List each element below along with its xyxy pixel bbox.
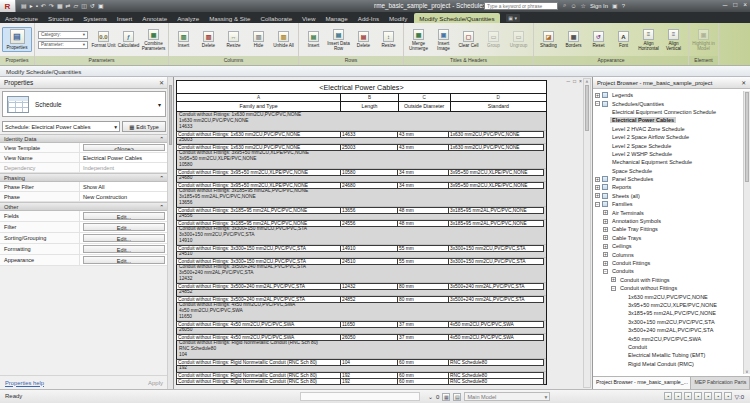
table-cell[interactable]: 10580 <box>340 169 398 176</box>
filter-icon[interactable]: ▪ <box>664 392 672 400</box>
tree-item-conduit-with-fittings[interactable]: +Conduit with Fittings <box>593 276 750 284</box>
press-drag-icon[interactable]: ▪ <box>684 392 692 400</box>
table-cell[interactable]: 3x95+50 mm2CU,XLPE/PVC,NONE <box>448 169 544 176</box>
tree-item-families[interactable]: −Families <box>593 200 750 208</box>
save-icon[interactable]: ▪ <box>36 0 38 12</box>
tab-analyze[interactable]: Analyze <box>172 13 204 23</box>
table-cell[interactable]: 43 mm <box>397 131 449 138</box>
tab-manage[interactable]: Manage <box>320 13 352 23</box>
edit-type-button[interactable]: ▦ Edit Type <box>122 121 166 132</box>
project-browser-close-icon[interactable]: ✕ <box>741 80 746 86</box>
table-cell[interactable]: 24852 <box>340 296 398 303</box>
redo-icon[interactable]: ↷ <box>49 0 54 12</box>
tab-view[interactable]: View <box>297 13 320 23</box>
save-settings-icon[interactable]: ▦ <box>442 393 450 401</box>
table-row[interactable]: Conduit without Fittings: 1x630 mm2CU,PV… <box>177 131 546 137</box>
insert-image-button[interactable]: ▣Insert Image <box>431 28 456 52</box>
revit-logo-icon[interactable]: R <box>0 0 16 12</box>
group-header-row[interactable]: 24852 <box>177 289 546 296</box>
table-cell[interactable]: Conduit without Fittings: 1x630 mm2CU,PV… <box>176 131 341 138</box>
measure-icon[interactable]: ⇄ <box>66 0 71 12</box>
insert-button[interactable]: ▥Insert <box>171 30 196 49</box>
table-cell[interactable]: 37 mm <box>397 321 449 328</box>
table-cell[interactable]: 14633 <box>340 131 398 138</box>
favorites-icon[interactable]: ☆ <box>581 2 586 9</box>
sync-icon[interactable]: ↺ <box>90 0 95 12</box>
borders-button[interactable]: ▦Borders <box>561 30 586 49</box>
panel-tab-mep-fabrication-parts[interactable]: MEP Fabrication Parts <box>691 377 750 389</box>
tab-collaborate[interactable]: Collaborate <box>255 13 297 23</box>
tree-item-reports[interactable]: +Reports <box>593 183 750 191</box>
tab-modify-schedule-quantities[interactable]: Modify Schedule/Quantities <box>414 13 499 23</box>
property-value-appearance[interactable]: Edit... <box>83 256 165 264</box>
sign-in-button[interactable]: Sign In <box>590 3 608 9</box>
tab-add-ins[interactable]: Add-Ins <box>353 13 384 23</box>
tree-item-legends[interactable]: +Legends <box>593 91 750 99</box>
properties-button[interactable]: ▤Properties <box>2 27 32 52</box>
expand-icon[interactable]: + <box>595 185 600 190</box>
panel-tab-project-browser[interactable]: Project Browser - rme_basic_sample_... <box>593 377 691 389</box>
group-header-row[interactable]: Conduit without Fittings: 4x50 mm2CU,PVC… <box>177 302 546 321</box>
table-cell[interactable]: 34 mm <box>397 182 449 189</box>
schedule-table[interactable]: <Electrical Power Cables> ABCD Family an… <box>176 80 547 385</box>
table-cell[interactable]: 3x300+150 mm2CU,PVC/PVC,STA <box>448 258 544 265</box>
tree-item-conduit-without-fittings[interactable]: −Conduit without Fittings <box>593 284 750 292</box>
search-icon[interactable]: ⌕ <box>563 2 566 9</box>
group-header-row[interactable]: 25003 <box>177 137 546 144</box>
table-row[interactable]: Conduit without Fittings: Rigid Nonmetal… <box>177 359 546 365</box>
type-selector[interactable]: Schedule ▾ <box>2 91 166 117</box>
table-cell[interactable]: Conduit without Fittings: 3x95+50 mm2CU,… <box>176 169 341 176</box>
table-cell[interactable]: 37 mm <box>397 334 449 341</box>
tree-item-columns[interactable]: +Columns <box>593 250 750 258</box>
tree-item-rigid-metal-conduit-rmc[interactable]: Rigid Metal Conduit (RMC) <box>593 360 750 368</box>
grid-icon[interactable]: ▤ <box>453 393 461 401</box>
restore-button[interactable]: □ <box>733 1 737 8</box>
expand-icon[interactable]: + <box>603 219 608 224</box>
main-model-select[interactable]: Main Model ▾ <box>464 392 550 401</box>
print-icon[interactable]: ▦ <box>57 0 63 12</box>
group-header-row[interactable]: 26050 <box>177 327 546 334</box>
table-cell[interactable]: 34 mm <box>397 169 449 176</box>
combine-parameters-button[interactable]: ▦Combine Parameters <box>141 28 166 52</box>
close-button[interactable]: × <box>743 1 747 8</box>
table-cell[interactable]: 4x50 mm2CU,PVC/PVC,SWA <box>448 334 544 341</box>
table-cell[interactable]: 80 mm <box>397 283 449 290</box>
tree-item-3x500-240-mm2al-pvc-pvc-sta[interactable]: 3x500+240 mm2AL,PVC/PVC,STA <box>593 326 750 334</box>
tree-item-annotation-symbols[interactable]: +Annotation Symbols <box>593 217 750 225</box>
tree-item-mechanical-equipment-schedule[interactable]: Mechanical Equipment Schedule <box>593 158 750 166</box>
table-cell[interactable]: 12432 <box>340 283 398 290</box>
table-cell[interactable]: 25003 <box>340 144 398 151</box>
table-row[interactable]: Conduit without Fittings: 3x95+50 mm2CU,… <box>177 169 546 175</box>
tree-item-electrical-metallic-tubing-emt[interactable]: Electrical Metallic Tubing (EMT) <box>593 351 750 359</box>
tree-item-level-2-space-schedule[interactable]: Level 2 Space Schedule <box>593 141 750 149</box>
clear-cell-button[interactable]: ▢Clear Cell <box>456 30 481 49</box>
table-cell[interactable]: 3x95+50 mm2CU,XLPE/PVC,NONE <box>448 182 544 189</box>
table-row[interactable]: Conduit without Fittings: 3x300+150 mm2C… <box>177 245 546 251</box>
tree-item-ceilings[interactable]: +Ceilings <box>593 242 750 250</box>
table-cell[interactable]: 60 mm <box>397 378 449 385</box>
table-cell[interactable]: Conduit without Fittings: 4x50 mm2CU,PVC… <box>176 321 341 328</box>
align-horizontal-button[interactable]: ≡Align Horizontal <box>636 28 661 52</box>
delete-button[interactable]: ▤Delete <box>351 30 376 49</box>
table-cell[interactable]: 80 mm <box>397 296 449 303</box>
table-cell[interactable]: 24556 <box>340 220 398 227</box>
schedule-scrollbar[interactable]: ∧ <box>583 78 591 388</box>
insert-button[interactable]: ▤Insert <box>301 30 326 49</box>
format-unit-button[interactable]: 0.0Format Unit <box>91 30 116 49</box>
filter-icon[interactable]: ▽:0 <box>734 393 744 400</box>
tree-item-level-2-hvac-zone-schedule[interactable]: Level 2 HVAC Zone Schedule <box>593 125 750 133</box>
unhide-all-button[interactable]: ▥Unhide All <box>271 30 296 49</box>
view-close-icon[interactable]: × <box>579 78 582 84</box>
align-vertical-button[interactable]: ≡Align Vertical <box>661 28 686 52</box>
table-row[interactable]: Conduit without Fittings: 3x500+240 mm2A… <box>177 283 546 289</box>
tree-item-4x50-mm2cu-pvc-pvc-swa[interactable]: 4x50 mm2CU,PVC/PVC,SWA <box>593 334 750 342</box>
insert-data-row-button[interactable]: ▤Insert Data Row <box>326 28 351 52</box>
search-input[interactable] <box>484 2 558 10</box>
group-header-row[interactable]: Conduit without Fittings: 3x300+150 mm2C… <box>177 226 546 245</box>
tab-annotate[interactable]: Annotate <box>137 13 172 23</box>
expand-icon[interactable]: + <box>611 277 616 282</box>
editable-only-icon[interactable]: ▪ <box>704 392 712 400</box>
table-cell[interactable]: 104 <box>340 359 398 366</box>
account-icon[interactable]: ☺ <box>570 3 576 9</box>
property-value-formatting[interactable]: Edit... <box>83 245 165 253</box>
